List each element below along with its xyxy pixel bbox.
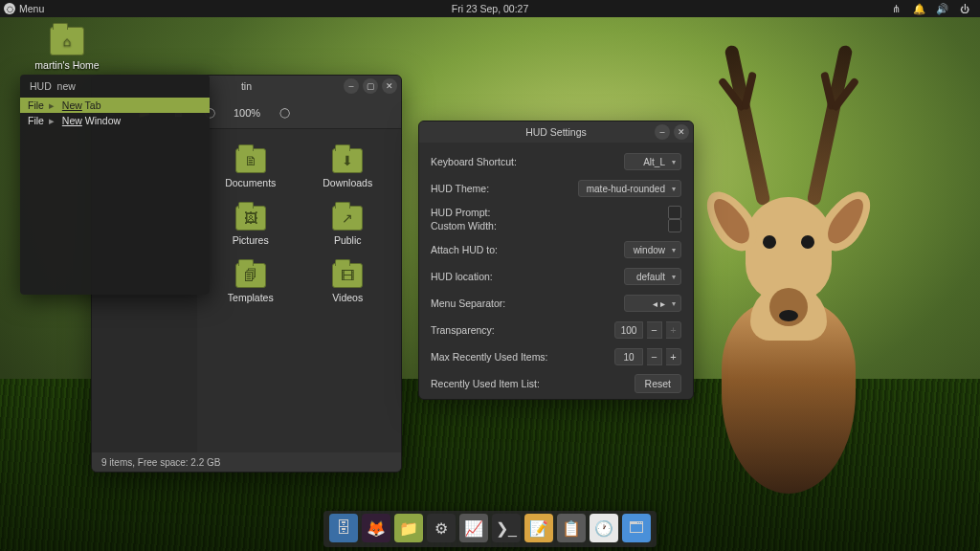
recent-plus[interactable]: + (666, 348, 681, 365)
separator-dropdown[interactable]: ◂ ▸ (624, 295, 681, 312)
settings-titlebar[interactable]: HUD Settings – ✕ (419, 121, 693, 143)
dock-firefox-icon[interactable]: 🦊 (362, 514, 390, 542)
shortcut-dropdown[interactable]: Alt_L (624, 153, 681, 170)
folder-label: Downloads (304, 177, 392, 188)
location-label: HUD location: (431, 271, 624, 282)
width-checkbox[interactable] (668, 219, 681, 232)
attach-label: Attach HUD to: (431, 244, 624, 255)
transparency-value[interactable]: 100 (614, 321, 643, 339)
settings-minimize-button[interactable]: – (655, 124, 670, 140)
notifications-icon[interactable]: 🔔 (913, 3, 924, 14)
folder-icon: 🗎 (235, 148, 266, 173)
dock-terminal-icon[interactable]: ❯_ (492, 514, 521, 542)
dock-tasks-icon[interactable]: 🗔 (622, 514, 651, 542)
recent-label: Max Recently Used Items: (431, 351, 614, 363)
folder-label: Documents (207, 177, 295, 188)
settings-title: HUD Settings (525, 126, 587, 138)
folder-icon: 🎞 (332, 263, 363, 288)
fm-folder-templates[interactable]: 🗐Templates (207, 263, 295, 303)
fm-statusbar: 9 items, Free space: 2.2 GB (92, 452, 401, 472)
fm-folder-public[interactable]: ↗Public (304, 206, 392, 246)
fm-title: tin (241, 80, 252, 92)
fm-folder-documents[interactable]: 🗎Documents (207, 148, 295, 188)
dock-monitor-icon[interactable]: 📈 (459, 514, 488, 542)
separator-label: Menu Separator: (431, 298, 624, 309)
zoom-level: 100% (234, 107, 260, 119)
theme-dropdown[interactable]: mate-hud-rounded (578, 180, 681, 197)
attach-dropdown[interactable]: window (624, 241, 681, 258)
prompt-label: HUD Prompt: (431, 207, 668, 218)
prompt-checkbox[interactable] (668, 206, 681, 219)
menu-button[interactable]: Menu (19, 3, 44, 14)
folder-icon: ⬇ (332, 148, 363, 173)
folder-icon: ↗ (332, 206, 363, 231)
hud-result-1[interactable]: FileNew Window (20, 113, 210, 128)
theme-label: HUD Theme: (431, 183, 578, 194)
power-icon[interactable]: ⏻ (959, 3, 970, 14)
top-panel: ◌ Menu Fri 23 Sep, 00:27 ⋔ 🔔 🔊 ⏻ (0, 0, 980, 17)
hud-settings-window: HUD Settings – ✕ Keyboard Shortcut: Alt_… (418, 121, 694, 400)
home-folder-icon: ⌂ (50, 27, 84, 55)
volume-icon[interactable]: 🔊 (936, 3, 947, 14)
network-icon[interactable]: ⋔ (890, 3, 902, 14)
location-dropdown[interactable]: default (624, 268, 681, 285)
reset-list-button[interactable]: Reset (635, 374, 681, 393)
fm-folder-downloads[interactable]: ⬇Downloads (304, 148, 392, 188)
dock-editor-icon[interactable]: 📝 (524, 514, 553, 542)
fm-folder-videos[interactable]: 🎞Videos (304, 263, 392, 303)
desktop-home-label: martin's Home (29, 59, 105, 71)
folder-label: Public (304, 234, 392, 246)
folder-label: Videos (304, 292, 392, 303)
dock: 🗄 🦊 📁 ⚙ 📈 ❯_ 📝 📋 🕐 🗔 (323, 511, 657, 547)
shortcut-label: Keyboard Shortcut: (431, 156, 624, 167)
zoom-in-icon[interactable]: ◯ (276, 104, 293, 121)
fm-maximize-button[interactable]: ▢ (363, 78, 378, 94)
hud-panel: HUD new FileNew TabFileNew Window (20, 75, 210, 295)
fm-folder-pictures[interactable]: 🖼Pictures (207, 206, 295, 246)
wallpaper-deer (655, 130, 923, 494)
transparency-minus[interactable]: − (647, 321, 662, 339)
folder-label: Pictures (207, 234, 295, 246)
dock-files-icon[interactable]: 🗄 (329, 514, 358, 542)
panel-clock[interactable]: Fri 23 Sep, 00:27 (452, 3, 529, 14)
dock-filemanager-icon[interactable]: 📁 (394, 514, 423, 542)
dock-clock-icon[interactable]: 🕐 (590, 514, 618, 542)
hud-search-input[interactable]: HUD new (20, 75, 210, 98)
list-label: Recently Used Item List: (431, 378, 635, 389)
desktop-home-icon[interactable]: ⌂ martin's Home (29, 27, 105, 71)
fm-close-button[interactable]: ✕ (382, 78, 397, 94)
fm-minimize-button[interactable]: – (344, 78, 359, 94)
folder-icon: 🖼 (235, 206, 266, 231)
transparency-plus[interactable]: + (666, 321, 681, 339)
width-label: Custom Width: (431, 220, 668, 231)
dock-settings-icon[interactable]: ⚙ (427, 514, 456, 542)
dock-notes-icon[interactable]: 📋 (557, 514, 586, 542)
folder-label: Templates (207, 292, 295, 303)
settings-close-button[interactable]: ✕ (674, 124, 689, 140)
fm-icon-view[interactable]: 🗎Documents⬇Downloads🖼Pictures↗Public🗐Tem… (197, 129, 401, 452)
folder-icon: 🗐 (235, 263, 266, 288)
distro-logo-icon[interactable]: ◌ (4, 3, 15, 14)
recent-value[interactable]: 10 (614, 348, 643, 365)
recent-minus[interactable]: − (647, 348, 662, 365)
hud-result-0[interactable]: FileNew Tab (20, 98, 210, 113)
transparency-label: Transparency: (431, 324, 614, 336)
